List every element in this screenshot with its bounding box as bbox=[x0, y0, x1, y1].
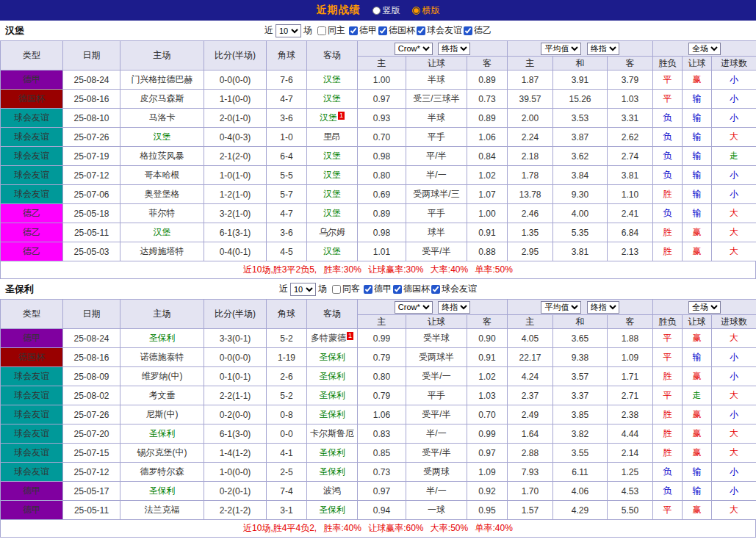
layout-radio-vertical[interactable]: 竖版 bbox=[372, 4, 400, 17]
same-venue-filter[interactable]: 同客 bbox=[332, 283, 360, 295]
sub-header-avg-away: 客 bbox=[608, 57, 653, 71]
home-team-cell: 汉堡 bbox=[120, 223, 204, 242]
team-label: 菲尔特 bbox=[149, 208, 176, 218]
result-handicap-cell: 输 bbox=[683, 204, 712, 223]
result-goals-cell: 小 bbox=[712, 463, 756, 482]
result-goals-cell: 大 bbox=[712, 501, 756, 520]
avg-draw-cell: 3.57 bbox=[553, 367, 608, 386]
col-header-type: 类型 bbox=[1, 300, 63, 329]
league-filter[interactable]: 球会友谊 bbox=[431, 283, 477, 295]
result-handicap-cell: 输 bbox=[683, 185, 712, 204]
handicap-cell: 球半 bbox=[406, 223, 467, 242]
away-team-cell: 波鸿 bbox=[307, 482, 358, 501]
result-goals-cell: 小 bbox=[712, 482, 756, 501]
team-label: 圣保利 bbox=[319, 447, 345, 458]
league-checkbox[interactable] bbox=[464, 26, 472, 35]
avg-home-cell: 1.70 bbox=[508, 482, 553, 501]
league-checkbox[interactable] bbox=[393, 285, 402, 294]
avg-draw-cell: 3.91 bbox=[553, 71, 608, 90]
result-outcome-cell: 负 bbox=[653, 204, 683, 223]
match-date-cell: 25-07-12 bbox=[63, 166, 120, 185]
odds-source-select[interactable]: Crow* bbox=[395, 43, 433, 55]
scope-select[interactable]: 全场 bbox=[688, 301, 721, 314]
avg-home-cell: 1.64 bbox=[508, 424, 553, 444]
layout-radio-horizontal[interactable]: 横版 bbox=[412, 4, 440, 17]
league-checkbox[interactable] bbox=[417, 26, 425, 35]
league-filter[interactable]: 德甲 bbox=[364, 283, 392, 295]
league-filter[interactable]: 德乙 bbox=[464, 24, 492, 37]
vertical-radio[interactable] bbox=[372, 7, 381, 15]
home-team-cell: 格拉茨风暴 bbox=[120, 147, 204, 166]
result-handicap-cell: 输 bbox=[683, 147, 712, 166]
league-checkbox[interactable] bbox=[431, 285, 440, 294]
handicap-cell: 平手 bbox=[406, 386, 467, 405]
home-team-cell: 马洛卡 bbox=[120, 109, 204, 128]
league-checkbox[interactable] bbox=[378, 26, 387, 35]
same-venue-checkbox[interactable] bbox=[332, 285, 341, 294]
odds-home-cell: 0.79 bbox=[358, 348, 406, 367]
avg-home-cell: 22.17 bbox=[508, 348, 553, 367]
away-team-cell: 汉堡 bbox=[307, 185, 358, 204]
league-checkbox[interactable] bbox=[364, 285, 372, 294]
league-filter[interactable]: 德甲 bbox=[349, 24, 377, 37]
odds-away-cell: 0.95 bbox=[467, 501, 508, 520]
league-filter[interactable]: 德国杯 bbox=[378, 24, 415, 37]
result-goals-cell: 大 bbox=[712, 329, 756, 348]
handicap-cell: 受两球半 bbox=[406, 348, 467, 367]
league-checkbox[interactable] bbox=[349, 26, 358, 35]
score-cell: 0-2(0-1) bbox=[204, 482, 267, 501]
avg-home-cell: 1.78 bbox=[508, 166, 553, 185]
match-count-select[interactable]: 10 bbox=[276, 24, 301, 37]
away-team-cell: 汉堡 bbox=[307, 71, 358, 90]
team-label: 汉堡 bbox=[323, 151, 341, 161]
avg-home-cell: 2.95 bbox=[508, 242, 553, 261]
scope-select[interactable]: 全场 bbox=[688, 43, 721, 55]
sub-header-odds-home: 主 bbox=[358, 57, 406, 71]
match-row: 球会友谊25-07-26汉堡0-4(0-3)1-0里昂0.70平手1.062.2… bbox=[1, 128, 756, 147]
team-label: 波鸿 bbox=[323, 485, 341, 496]
odds-away-cell: 1.07 bbox=[467, 185, 508, 204]
avg-draw-cell: 15.26 bbox=[553, 90, 608, 109]
horizontal-radio[interactable] bbox=[412, 7, 420, 15]
team-label: 圣保利 bbox=[149, 428, 176, 438]
odds-stage-select[interactable]: 终指 bbox=[438, 43, 470, 55]
away-team-cell: 汉堡 bbox=[307, 204, 358, 223]
sub-header-handicap-result: 让球 bbox=[683, 315, 712, 329]
avg-source-select[interactable]: 平均值 bbox=[541, 43, 581, 55]
avg-home-cell: 4.24 bbox=[508, 367, 553, 386]
home-team-cell: 皮尔马森斯 bbox=[120, 90, 204, 109]
avg-stage-select[interactable]: 终指 bbox=[587, 301, 619, 314]
col-header-corner: 角球 bbox=[267, 300, 307, 329]
sub-header-avg-away: 客 bbox=[608, 315, 653, 329]
result-handicap-cell: 赢 bbox=[683, 501, 712, 520]
result-goals-cell: 走 bbox=[712, 147, 756, 166]
away-team-cell: 圣保利 bbox=[307, 501, 358, 520]
avg-away-cell: 2.38 bbox=[608, 405, 653, 424]
avg-stage-select[interactable]: 终指 bbox=[587, 43, 619, 55]
team-section-hamburg: 汉堡 近 10 场 同主 德甲德国杯球会友谊德乙 类型 日期 bbox=[0, 21, 756, 279]
avg-away-cell: 2.74 bbox=[608, 147, 653, 166]
section-header: 汉堡 近 10 场 同主 德甲德国杯球会友谊德乙 bbox=[0, 21, 756, 40]
team-name: 圣保利 bbox=[5, 283, 34, 296]
avg-draw-cell: 9.38 bbox=[553, 348, 608, 367]
league-filter[interactable]: 球会友谊 bbox=[417, 24, 462, 37]
match-date-cell: 25-07-26 bbox=[63, 405, 120, 424]
avg-source-select[interactable]: 平均值 bbox=[541, 301, 581, 314]
result-handicap-cell: 输 bbox=[683, 482, 712, 501]
odds-home-cell: 0.80 bbox=[358, 166, 406, 185]
home-team-cell: 德罗特尔森 bbox=[120, 463, 204, 482]
result-handicap-cell: 输 bbox=[683, 128, 712, 147]
home-team-cell: 锡尔克堡(中) bbox=[120, 444, 204, 463]
same-venue-filter[interactable]: 同主 bbox=[317, 24, 345, 37]
match-count-select[interactable]: 10 bbox=[290, 283, 316, 296]
corner-cell: 5-5 bbox=[267, 166, 307, 185]
same-venue-checkbox[interactable] bbox=[317, 26, 326, 35]
col-header-score: 比分(半场) bbox=[204, 300, 267, 329]
team-label: 汉堡 bbox=[323, 93, 341, 104]
odds-source-select[interactable]: Crow* bbox=[395, 301, 433, 314]
handicap-cell: 受半球 bbox=[406, 329, 467, 348]
avg-draw-cell: 3.81 bbox=[553, 242, 608, 261]
league-filter[interactable]: 德国杯 bbox=[393, 283, 430, 295]
odds-stage-select[interactable]: 终指 bbox=[438, 301, 470, 314]
corner-cell: 7-4 bbox=[267, 482, 307, 501]
